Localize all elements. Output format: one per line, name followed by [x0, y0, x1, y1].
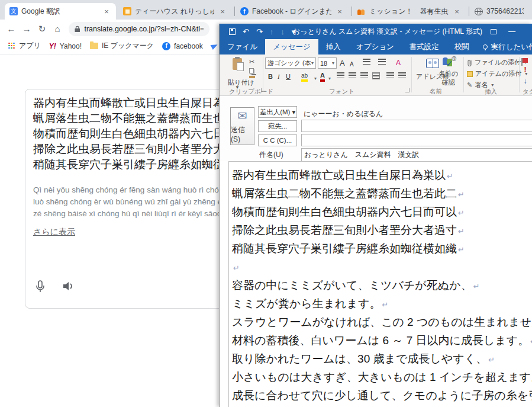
tab-options[interactable]: オプション [349, 39, 402, 55]
outlook-titlebar: ↶ ↷ ↑ ↓ ▾ おっとりさん スムシ資料 漢文訳 - メッセージ (HTML… [220, 24, 532, 39]
tab-title: ミッション！ 器有生虫=ハチ/ [369, 7, 449, 17]
dropdown-icon: ▾ [311, 60, 314, 66]
teahouse-favicon-icon [123, 7, 131, 15]
body-line: 成長に合わせて穴に少し通して、クモのように子房の糸を引いて↵ [232, 387, 532, 405]
cc-button[interactable]: C C (C)... [258, 134, 297, 146]
back-button[interactable]: ← [4, 24, 19, 34]
pen-icon: ✎ [467, 81, 472, 89]
attach-item-button[interactable]: アイテムの添付 ▾ [467, 69, 527, 78]
align-center-icon[interactable] [349, 72, 356, 78]
minimize-icon[interactable]: — [508, 27, 515, 36]
clipboard-dialog-launcher[interactable] [257, 88, 262, 92]
speaker-icon[interactable] [62, 280, 76, 292]
check-names-button[interactable]: ✓ @ 名前の 確認 [439, 57, 458, 87]
paste-label: 貼り付け [228, 78, 254, 87]
forward-button[interactable]: → [19, 24, 34, 34]
dropdown-icon: ▾ [491, 82, 494, 88]
copy-icon[interactable] [249, 68, 254, 73]
return-mark: ↵ [488, 355, 495, 364]
envelope-icon: ✉ [238, 109, 247, 123]
tab-review[interactable]: 校閲 [447, 39, 477, 55]
tab-mission[interactable]: ミッション！ 器有生虫=ハチ/ × [353, 3, 466, 20]
to-field[interactable] [301, 120, 532, 132]
bookmark-ie-folder[interactable]: IE ブックマーク [90, 41, 154, 51]
address-bar[interactable]: translate.google.co.jp/?sl=zh-CN&tl=ja [69, 22, 209, 36]
send-button[interactable]: ✉ 送信(S) [230, 107, 254, 145]
font-name-combo[interactable]: 游ゴシック (本▾ [265, 57, 316, 69]
tab-close-icon[interactable]: × [102, 7, 111, 16]
message-body-editor[interactable]: 器内有生虫而蜂散亡或日虫生自屎日為巣以↵ 蝋屑落生虫二物不能無之蓋欝蒸而生也若此… [228, 161, 532, 407]
clipboard-group-label: クリップボード [229, 88, 273, 96]
underline-button[interactable]: U [286, 71, 291, 82]
show-more-link[interactable]: さらに表示 [33, 227, 75, 238]
increase-indent-icon[interactable] [398, 72, 406, 78]
decrease-indent-icon[interactable] [386, 72, 394, 78]
attach-item-label: アイテムの添付 [475, 69, 521, 78]
tab-facebook[interactable]: f Facebook - ログインまたは登録 × [236, 3, 349, 20]
body-line-text: 稍随其長穿穴子巣引縷子房纒糸如蜘従横如織 [232, 242, 457, 255]
tab-close-icon[interactable]: × [335, 7, 344, 16]
subject-label: 件名(U) [259, 150, 283, 160]
subject-field[interactable]: おっとりさん スムシ資料 漢文訳 [301, 148, 532, 162]
translate-favicon-icon: 文 [9, 7, 18, 15]
bookmark-apps[interactable]: アプリ [8, 41, 41, 51]
body-line-text: スラウとワームがなければ、この 2 つのものは生まれません。 [232, 316, 532, 328]
microphone-icon[interactable] [34, 280, 46, 293]
home-button[interactable]: ⌂ [50, 24, 65, 34]
numbering-icon[interactable] [378, 59, 386, 65]
tab-close-icon[interactable]: × [452, 7, 462, 16]
move-up-icon: ↑ [270, 27, 274, 36]
to-button[interactable]: 宛先... [258, 120, 297, 132]
tab-google-translate[interactable]: 文 Google 翻訳 × [5, 3, 116, 20]
align-right-icon[interactable] [360, 72, 368, 78]
body-line-text: 掃除之此虫易長若歴三旬則小者罜分大者過寸 [232, 224, 457, 236]
line-spacing-icon[interactable] [372, 72, 380, 79]
tab-teahouse[interactable]: ティーハウス れりっしゅ - 安房鴨 × [118, 3, 232, 20]
tell-me-box[interactable]: 実行したい作業を入力してください... [483, 39, 532, 55]
body-line: ミミズが糞から生まれます。↵ [232, 295, 532, 313]
follow-up-flag-icon[interactable] [523, 58, 528, 63]
tab-file[interactable]: ファイル [220, 39, 265, 55]
highlight-color-button[interactable]: ab [301, 71, 308, 82]
tab-message[interactable]: メッセージ [265, 39, 318, 55]
attach-file-button[interactable]: ファイルの添付 ▾ [467, 58, 527, 67]
bookmark-yahoo[interactable]: Y! Yahoo! [49, 42, 82, 50]
clear-formatting-icon[interactable]: A [396, 57, 401, 68]
body-line: 掃除之此虫易長若歴三旬則小者罜分大者過寸↵ [232, 222, 532, 240]
bold-button[interactable]: B [268, 71, 273, 82]
tab-number[interactable]: 37564622133755 [470, 3, 532, 20]
tags-group-label: タグ [523, 88, 532, 96]
body-line: 材料の蓄積後、白いワームは 6 ～ 7 日以内に成長します。↵ [232, 332, 532, 350]
outlook-compose-window: ↶ ↷ ↑ ↓ ▾ おっとりさん スムシ資料 漢文訳 - メッセージ (HTML… [219, 24, 532, 407]
return-mark: ↵ [458, 245, 465, 254]
high-importance-icon[interactable]: ! [524, 66, 527, 74]
save-icon[interactable] [229, 28, 236, 35]
font-color-button[interactable]: A [320, 71, 325, 82]
italic-button[interactable]: I [278, 71, 280, 82]
shrink-font-button[interactable]: A [350, 59, 354, 69]
tab-insert[interactable]: 挿入 [318, 39, 349, 55]
body-line: 器内有生虫而蜂散亡或日虫生自屎日為巣以↵ [232, 166, 532, 185]
tab-separator [469, 7, 469, 16]
bookmark-facebook[interactable]: f facebook [162, 42, 203, 50]
redo-icon[interactable]: ↷ [256, 27, 263, 36]
low-importance-icon[interactable]: ↓ [524, 77, 527, 85]
ribbon-display-options-icon[interactable] [491, 29, 496, 34]
bullets-icon[interactable] [363, 59, 370, 65]
undo-icon[interactable]: ↶ [243, 27, 249, 36]
check-names-icon: ✓ @ [441, 57, 456, 68]
tab-close-icon[interactable]: × [218, 7, 227, 16]
cc-field[interactable] [301, 134, 532, 146]
tab-format[interactable]: 書式設定 [402, 39, 447, 55]
item-icon [467, 71, 473, 77]
align-left-icon[interactable] [337, 72, 344, 78]
font-size-combo[interactable]: 18▾ [318, 57, 337, 69]
grow-font-button[interactable]: A [340, 57, 345, 68]
tab-title: Google 翻訳 [21, 7, 98, 17]
format-painter-icon[interactable] [249, 76, 255, 78]
font-dialog-launcher[interactable] [405, 88, 410, 92]
cut-icon[interactable]: ✂ [249, 58, 255, 66]
from-button[interactable]: 差出人(M) ▾ [258, 106, 297, 118]
paperclip-icon [467, 59, 472, 67]
reload-button[interactable]: ↻ [34, 24, 50, 34]
